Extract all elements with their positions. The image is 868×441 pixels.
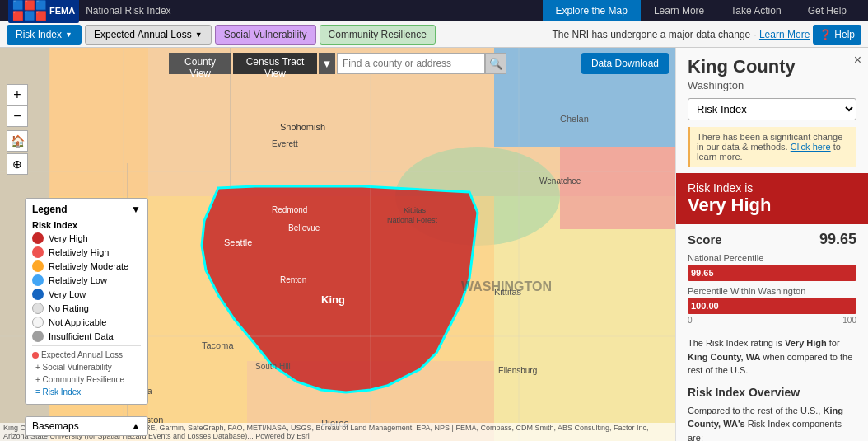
overview-desc: Compared to the rest of the U.S., King C…: [688, 404, 856, 442]
washington-percentile-block: Percentile Within Washington 100.00 0 10…: [688, 286, 856, 325]
range-max: 100: [842, 316, 856, 325]
legend-item-relatively-low: Relatively Low: [32, 274, 141, 286]
relatively-high-label: Relatively High: [49, 247, 109, 257]
zoom-out-button[interactable]: −: [7, 106, 28, 127]
panel-close-button[interactable]: ×: [854, 53, 861, 68]
annual-loss-tab-label: Expected Annual Loss: [94, 29, 192, 40]
range-min: 0: [688, 316, 693, 325]
basemaps-header[interactable]: Basemaps ▲: [32, 420, 141, 432]
fema-logo: 🟦🟥🟦🟥🟦🟥 FEMA: [8, 0, 79, 23]
basemaps-section: Basemaps ▲: [25, 416, 148, 436]
annual-loss-tab[interactable]: Expected Annual Loss ▼: [85, 25, 212, 45]
county-view-button[interactable]: County View: [169, 53, 231, 74]
panel-state-name: Washington: [676, 79, 868, 98]
legend-item-relatively-high: Relatively High: [32, 246, 141, 258]
very-low-swatch: [32, 289, 44, 300]
svg-text:South Hill: South Hill: [255, 362, 291, 371]
risk-index-section: Risk Index is Very High: [676, 173, 868, 224]
legend-item-very-low: Very Low: [32, 289, 141, 300]
home-tool-button[interactable]: 🏠: [7, 130, 28, 152]
view-dropdown-button[interactable]: ▼: [319, 53, 335, 74]
risk-index-dropdown-arrow: ▼: [65, 30, 72, 39]
social-vulnerability-tab[interactable]: Social Vulnerability: [215, 25, 316, 45]
help-button[interactable]: ❓ Help: [813, 25, 861, 45]
formula-plus1: + Social Vulnerability: [35, 362, 112, 373]
nav-take-action[interactable]: Take Action: [717, 0, 794, 21]
very-low-label: Very Low: [49, 289, 86, 299]
svg-text:King: King: [321, 293, 345, 306]
very-high-swatch: [32, 232, 44, 244]
notice-link[interactable]: Learn More: [759, 29, 810, 40]
notice-text: The NRI has undergone a major data chang…: [552, 29, 756, 40]
basemaps-arrow: ▲: [131, 420, 141, 432]
washington-percentile-value: 100.00: [691, 301, 719, 311]
data-change-notice: There has been a significant change in o…: [688, 127, 856, 167]
fema-label: FEMA: [49, 6, 75, 16]
legend-item-no-rating: No Rating: [32, 303, 141, 314]
nav-links: Explore the Map Learn More Take Action G…: [543, 0, 861, 21]
not-applicable-label: Not Applicable: [49, 317, 106, 327]
nav-get-help[interactable]: Get Help: [795, 0, 860, 21]
svg-rect-5: [560, 147, 675, 229]
insufficient-data-label: Insufficient Data: [49, 331, 114, 341]
svg-text:Kittitas: Kittitas: [404, 206, 427, 214]
score-value: 99.65: [819, 231, 856, 248]
location-tool-button[interactable]: ⊕: [7, 153, 28, 175]
help-label: Help: [834, 29, 855, 40]
legend-item-insufficient-data: Insufficient Data: [32, 331, 141, 342]
relatively-high-swatch: [32, 246, 44, 258]
svg-text:Wenatchee: Wenatchee: [539, 176, 581, 185]
top-navigation: 🟦🟥🟦🟥🟦🟥 FEMA National Risk Index Explore …: [0, 0, 868, 21]
national-percentile-block: National Percentile 99.65: [688, 253, 856, 281]
nri-notice: The NRI has undergone a major data chang…: [552, 29, 810, 40]
washington-percentile-label: Percentile Within Washington: [688, 286, 856, 296]
panel-index-select[interactable]: Risk Index: [688, 98, 856, 120]
community-resilience-tab[interactable]: Community Resilience: [320, 25, 436, 45]
click-here-link[interactable]: Click here: [791, 142, 831, 152]
svg-text:Seattle: Seattle: [224, 237, 252, 247]
map-container[interactable]: Snohomish Everett Redmond Bellevue Seatt…: [0, 48, 675, 441]
legend-header[interactable]: Legend ▼: [32, 204, 141, 215]
toolbar: Risk Index ▼ Expected Annual Loss ▼ Soci…: [0, 21, 868, 48]
panel-selector: Risk Index: [688, 98, 856, 120]
formula-annual-loss: Expected Annual Loss: [41, 350, 123, 361]
national-percentile-label: National Percentile: [688, 253, 856, 263]
census-tract-button[interactable]: Census Tract View: [233, 53, 317, 74]
nav-explore-map[interactable]: Explore the Map: [543, 0, 641, 21]
svg-text:Chelan: Chelan: [560, 114, 589, 124]
nri-title: National Risk Index: [86, 5, 170, 16]
relatively-moderate-swatch: [32, 260, 44, 272]
overview-title: Risk Index Overview: [688, 386, 856, 399]
search-button[interactable]: 🔍: [485, 53, 506, 74]
social-vuln-tab-label: Social Vulnerability: [224, 29, 307, 40]
national-percentile-value: 99.65: [691, 268, 714, 278]
formula-plus2: + Community Resilience: [35, 374, 124, 386]
nav-learn-more[interactable]: Learn More: [641, 0, 717, 21]
insufficient-data-swatch: [32, 331, 44, 342]
panel-county-name: King County: [676, 48, 868, 79]
relatively-moderate-label: Relatively Moderate: [49, 261, 128, 271]
data-download-button[interactable]: Data Download: [581, 53, 669, 74]
legend-title: Legend: [32, 204, 68, 215]
svg-text:Ellensburg: Ellensburg: [498, 366, 537, 375]
fema-flag: 🟦🟥🟦🟥🟦🟥: [12, 0, 47, 21]
risk-index-tab[interactable]: Risk Index ▼: [7, 25, 82, 45]
percentile-range: 0 100: [688, 316, 856, 325]
relatively-low-label: Relatively Low: [49, 275, 107, 285]
zoom-in-button[interactable]: +: [7, 84, 28, 106]
risk-is-label: Risk Index is: [688, 181, 856, 195]
svg-text:Everett: Everett: [272, 139, 298, 148]
legend-collapse-arrow[interactable]: ▼: [131, 204, 141, 215]
svg-text:Renton: Renton: [280, 275, 306, 284]
svg-text:Tacoma: Tacoma: [202, 340, 234, 350]
svg-text:National Forest: National Forest: [387, 216, 438, 224]
search-input[interactable]: [337, 53, 485, 74]
very-high-label: Very High: [49, 233, 88, 243]
basemaps-label: Basemaps: [32, 420, 79, 432]
svg-text:Redmond: Redmond: [272, 205, 307, 214]
map-search: 🔍: [337, 53, 506, 74]
national-percentile-bar: 99.65: [688, 265, 856, 281]
legend-items: Very High Relatively High Relatively Mod…: [32, 232, 141, 342]
washington-percentile-fill: 100.00: [688, 298, 856, 314]
formula-equals[interactable]: = Risk Index: [35, 387, 81, 398]
